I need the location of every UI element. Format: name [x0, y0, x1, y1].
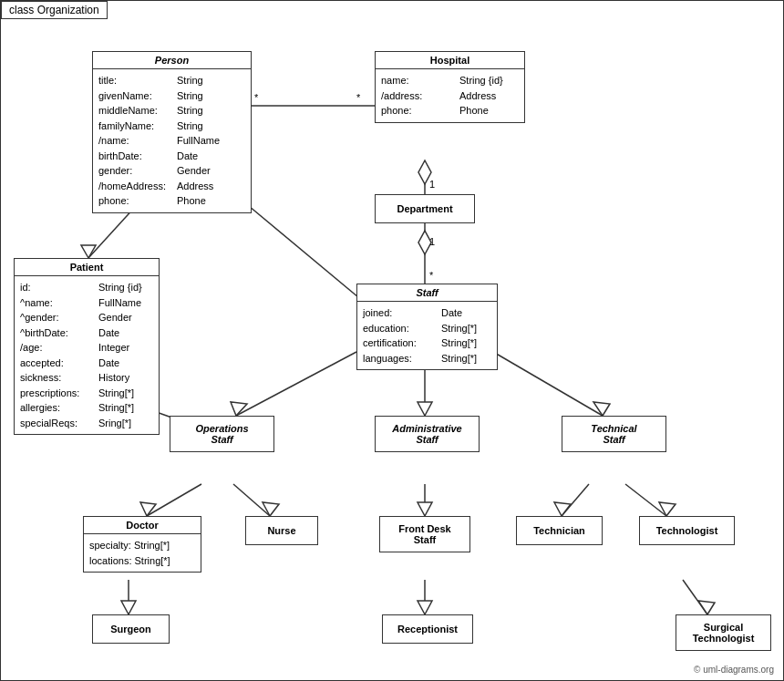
svg-marker-29	[418, 502, 432, 516]
svg-marker-4	[418, 160, 431, 184]
svg-text:1: 1	[429, 179, 435, 190]
person-title: Person	[93, 52, 251, 69]
nurse-title: Nurse	[246, 522, 317, 539]
svg-line-32	[625, 484, 666, 516]
technician-title: Technician	[517, 522, 602, 539]
svg-text:*: *	[429, 270, 434, 281]
surgical-technologist-title: Surgical Technologist	[676, 619, 770, 646]
front-desk-staff-box: Front Desk Staff	[379, 516, 470, 552]
svg-line-38	[683, 580, 707, 614]
svg-marker-21	[418, 402, 432, 416]
svg-marker-23	[593, 402, 610, 416]
technologist-box: Technologist	[639, 516, 735, 545]
svg-marker-31	[554, 502, 571, 516]
svg-text:*: *	[254, 92, 259, 103]
svg-line-18	[236, 352, 356, 416]
svg-line-24	[147, 484, 201, 516]
surgeon-title: Surgeon	[93, 621, 169, 637]
patient-attrs: id:String {id} ^name:FullName ^gender:Ge…	[15, 276, 159, 434]
technologist-title: Technologist	[640, 522, 734, 539]
svg-line-30	[562, 484, 589, 516]
receptionist-title: Receptionist	[383, 621, 472, 637]
svg-marker-8	[418, 231, 431, 254]
svg-marker-39	[698, 601, 715, 614]
svg-line-11	[88, 206, 136, 258]
svg-text:*: *	[356, 92, 361, 103]
technical-staff-title: Technical Staff	[562, 420, 665, 448]
department-box: Department	[375, 194, 475, 223]
svg-marker-35	[121, 601, 136, 614]
administrative-staff-title: Administrative Staff	[376, 420, 479, 448]
diagram-container: class Organization * * 1 * 1 * * *	[0, 0, 784, 681]
doctor-attrs: specialty: String[*] locations: String[*…	[84, 534, 201, 572]
operations-staff-box: Operations Staff	[170, 416, 274, 452]
hospital-box: Hospital name:String {id} /address:Addre…	[375, 51, 525, 123]
patient-box: Patient id:String {id} ^name:FullName ^g…	[14, 258, 160, 435]
doctor-title: Doctor	[84, 517, 201, 534]
department-title: Department	[376, 201, 474, 217]
staff-box: Staff joined:Date education:String[*] ce…	[356, 284, 498, 370]
hospital-title: Hospital	[376, 52, 524, 69]
svg-marker-25	[140, 502, 156, 516]
operations-staff-title: Operations Staff	[170, 420, 273, 448]
staff-title: Staff	[357, 284, 497, 302]
svg-text:1: 1	[429, 236, 435, 247]
svg-marker-19	[231, 402, 247, 416]
doctor-box: Doctor specialty: String[*] locations: S…	[83, 516, 201, 573]
hospital-attrs: name:String {id} /address:Address phone:…	[376, 69, 524, 122]
front-desk-staff-title: Front Desk Staff	[380, 521, 469, 548]
staff-attrs: joined:Date education:String[*] certific…	[357, 302, 497, 369]
surgeon-box: Surgeon	[92, 614, 170, 644]
diagram-title: class Organization	[1, 1, 108, 19]
technician-box: Technician	[516, 516, 603, 545]
patient-title: Patient	[15, 259, 159, 276]
administrative-staff-box: Administrative Staff	[375, 416, 480, 452]
person-attrs: title:String givenName:String middleName…	[93, 69, 251, 212]
technical-staff-box: Technical Staff	[562, 416, 666, 452]
svg-marker-37	[418, 601, 432, 614]
svg-line-22	[493, 352, 603, 416]
svg-marker-33	[659, 502, 676, 516]
nurse-box: Nurse	[245, 516, 318, 545]
receptionist-box: Receptionist	[382, 614, 473, 644]
copyright: © uml-diagrams.org	[694, 665, 774, 675]
svg-marker-12	[81, 245, 96, 258]
svg-marker-27	[263, 502, 279, 516]
surgical-technologist-box: Surgical Technologist	[676, 614, 771, 651]
person-box: Person title:String givenName:String mid…	[92, 51, 252, 213]
svg-line-26	[233, 484, 270, 516]
